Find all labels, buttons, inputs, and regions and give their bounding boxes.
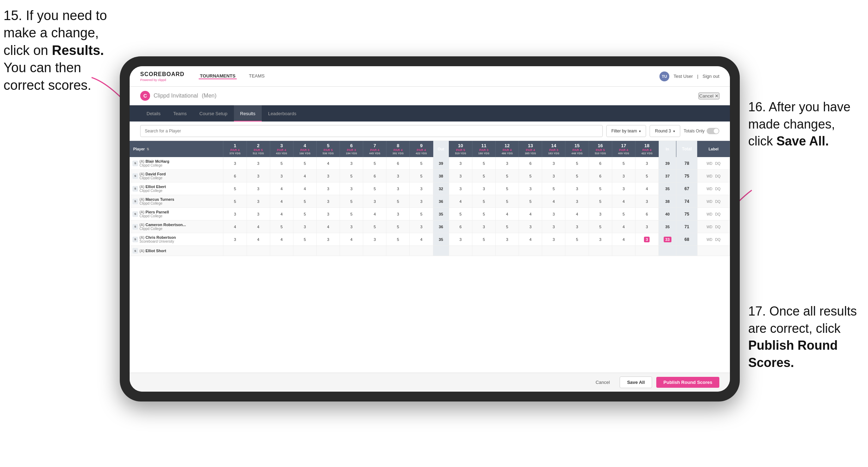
score-hole-6[interactable]: [340, 246, 363, 256]
score-hole-18[interactable]: 3: [635, 195, 658, 208]
score-hole-11[interactable]: [472, 246, 495, 256]
score-hole-7[interactable]: 3: [363, 195, 386, 208]
score-hole-13[interactable]: 3: [519, 182, 542, 195]
search-input[interactable]: [140, 125, 603, 137]
score-hole-18[interactable]: [635, 246, 658, 256]
score-hole-12[interactable]: 5: [496, 170, 519, 182]
tab-teams[interactable]: Teams: [167, 105, 193, 122]
score-hole-11[interactable]: 3: [472, 220, 495, 233]
score-hole-10[interactable]: 4: [449, 195, 472, 208]
score-hole-11[interactable]: 5: [472, 233, 495, 246]
score-hole-17[interactable]: 4: [612, 195, 635, 208]
score-hole-3[interactable]: 4: [270, 208, 293, 220]
score-hole-4[interactable]: 3: [293, 220, 316, 233]
score-hole-4[interactable]: 5: [293, 233, 316, 246]
score-hole-13[interactable]: 4: [519, 208, 542, 220]
score-hole-18[interactable]: 4: [635, 182, 658, 195]
publish-round-scores-button[interactable]: Publish Round Scores: [656, 377, 719, 388]
score-hole-13[interactable]: [519, 246, 542, 256]
score-hole-5[interactable]: 3: [316, 208, 340, 220]
score-hole-3[interactable]: 4: [270, 182, 293, 195]
score-hole-6[interactable]: 5: [340, 195, 363, 208]
score-hole-11[interactable]: 5: [472, 157, 495, 170]
score-hole-14[interactable]: [542, 246, 565, 256]
score-hole-16[interactable]: 5: [589, 182, 612, 195]
score-hole-1[interactable]: 5: [223, 195, 247, 208]
score-hole-7[interactable]: 5: [363, 157, 386, 170]
score-hole-15[interactable]: 4: [565, 208, 589, 220]
score-hole-14[interactable]: 3: [542, 170, 565, 182]
score-hole-15[interactable]: 3: [565, 182, 589, 195]
score-hole-15[interactable]: 5: [565, 157, 589, 170]
score-hole-13[interactable]: 5: [519, 195, 542, 208]
score-hole-10[interactable]: 6: [449, 220, 472, 233]
score-hole-8[interactable]: 5: [386, 233, 410, 246]
score-hole-6[interactable]: 3: [340, 220, 363, 233]
score-hole-18[interactable]: 3: [635, 220, 658, 233]
score-hole-7[interactable]: 5: [363, 182, 386, 195]
score-hole-3[interactable]: 4: [270, 195, 293, 208]
score-hole-5[interactable]: 3: [316, 182, 340, 195]
score-hole-6[interactable]: 3: [340, 157, 363, 170]
round-select-button[interactable]: Round 3: [650, 125, 680, 137]
tab-course-setup[interactable]: Course Setup: [193, 105, 234, 122]
score-hole-17[interactable]: 3: [612, 170, 635, 182]
score-hole-9[interactable]: [410, 246, 433, 256]
score-hole-1[interactable]: [223, 246, 247, 256]
score-hole-5[interactable]: 3: [316, 233, 340, 246]
nav-link-teams[interactable]: TEAMS: [247, 73, 266, 79]
score-hole-7[interactable]: [363, 246, 386, 256]
score-hole-8[interactable]: 5: [386, 195, 410, 208]
score-hole-6[interactable]: 4: [340, 233, 363, 246]
score-hole-10[interactable]: 3: [449, 170, 472, 182]
score-hole-6[interactable]: 5: [340, 170, 363, 182]
score-hole-2[interactable]: [247, 246, 270, 256]
score-hole-9[interactable]: 3: [410, 220, 433, 233]
score-hole-5[interactable]: 4: [316, 220, 340, 233]
score-hole-16[interactable]: 3: [589, 208, 612, 220]
score-hole-18[interactable]: 6: [635, 208, 658, 220]
score-hole-14[interactable]: 3: [542, 233, 565, 246]
score-hole-17[interactable]: 4: [612, 220, 635, 233]
score-hole-2[interactable]: 3: [247, 208, 270, 220]
tab-leaderboards[interactable]: Leaderboards: [262, 105, 303, 122]
score-hole-7[interactable]: 6: [363, 170, 386, 182]
save-all-button[interactable]: Save All: [620, 376, 652, 388]
score-hole-4[interactable]: 5: [293, 157, 316, 170]
filter-by-team-button[interactable]: Filter by team: [606, 125, 646, 137]
score-hole-4[interactable]: 4: [293, 182, 316, 195]
score-hole-14[interactable]: 3: [542, 208, 565, 220]
score-hole-13[interactable]: 3: [519, 220, 542, 233]
score-hole-9[interactable]: 5: [410, 170, 433, 182]
tab-results[interactable]: Results: [234, 105, 262, 122]
score-hole-10[interactable]: [449, 246, 472, 256]
score-hole-12[interactable]: 3: [496, 157, 519, 170]
score-hole-4[interactable]: 5: [293, 195, 316, 208]
score-hole-18[interactable]: 3: [635, 233, 658, 246]
score-hole-14[interactable]: 5: [542, 182, 565, 195]
score-hole-8[interactable]: 3: [386, 170, 410, 182]
score-hole-3[interactable]: 3: [270, 170, 293, 182]
cancel-button[interactable]: Cancel: [590, 377, 615, 388]
score-hole-4[interactable]: [293, 246, 316, 256]
score-hole-8[interactable]: 3: [386, 208, 410, 220]
sign-out-link[interactable]: Sign out: [702, 74, 719, 79]
score-hole-2[interactable]: 3: [247, 182, 270, 195]
score-hole-11[interactable]: 5: [472, 195, 495, 208]
score-hole-1[interactable]: 3: [223, 157, 247, 170]
score-hole-14[interactable]: 4: [542, 195, 565, 208]
score-hole-12[interactable]: [496, 246, 519, 256]
score-hole-2[interactable]: 3: [247, 195, 270, 208]
score-hole-11[interactable]: 5: [472, 208, 495, 220]
score-hole-8[interactable]: 6: [386, 157, 410, 170]
tournament-cancel-button[interactable]: Cancel ✕: [699, 93, 719, 99]
score-hole-16[interactable]: [589, 246, 612, 256]
score-hole-17[interactable]: [612, 246, 635, 256]
score-hole-7[interactable]: 3: [363, 233, 386, 246]
score-hole-11[interactable]: 3: [472, 182, 495, 195]
score-hole-10[interactable]: 3: [449, 182, 472, 195]
score-hole-15[interactable]: 5: [565, 233, 589, 246]
score-hole-3[interactable]: 4: [270, 233, 293, 246]
score-hole-13[interactable]: 4: [519, 233, 542, 246]
score-hole-2[interactable]: 3: [247, 170, 270, 182]
